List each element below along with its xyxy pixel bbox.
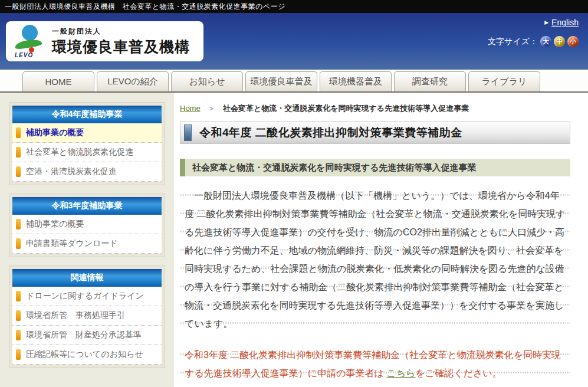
tab-eco-vehicle[interactable]: 環境優良車普及 [245, 71, 317, 91]
sidebar-item-moe-property-disposal[interactable]: 環境省所管 財産処分承認基準 [12, 326, 162, 345]
logo-green-swoosh-icon [14, 38, 42, 50]
header-utilities: ▶ English 文字サイズ： 大 中 小 [488, 18, 579, 47]
sidebar-section-r4: 令和4年度補助事業 補助事業の概要 社会変革と物流脱炭素化促進 空港・港湾脱炭素… [9, 102, 165, 185]
sidebar-item-label: ドローンに関するガイドライン [26, 291, 144, 301]
org-name-large: 環境優良車普及機構 [52, 37, 190, 57]
sidebar-item-subsidy-overview-r4[interactable]: 補助事業の概要 [12, 123, 162, 143]
sidebar-item-label: 補助事業の概要 [26, 127, 84, 138]
org-name: 一般財団法人 環境優良車普及機構 [52, 27, 190, 57]
sidebar-section-related: 関連情報 ドローンに関するガイドライン 環境省所管 事務処理手引 環境省所管 財… [9, 265, 165, 368]
tab-library[interactable]: ライブラリ [468, 71, 540, 91]
sidebar-header-r3: 令和3年度補助事業 [12, 197, 162, 215]
breadcrumb-current: 社会変革と物流・交通脱炭素化を同時実現する先進技術等導入促進事業 [223, 104, 469, 113]
tab-about-levo[interactable]: LEVOの紹介 [97, 71, 169, 91]
font-size-controls: 文字サイズ： 大 中 小 [488, 36, 579, 47]
breadcrumb-separator: ＞ [208, 104, 215, 113]
arrow-right-icon: ▶ [544, 19, 548, 25]
orange-bar-icon [16, 166, 21, 177]
r3-applicants-notice: 令和3年度 二酸化炭素排出抑制対策事業費等補助金（社会変革と物流脱炭素化を同時実… [180, 345, 570, 385]
sidebar-item-application-download[interactable]: 申請書類等ダウンロード [12, 234, 162, 254]
org-name-small: 一般財団法人 [52, 27, 190, 37]
orange-bar-icon [16, 219, 21, 229]
orange-bar-icon [16, 127, 21, 138]
sidebar-item-label: 社会変革と物流脱炭素化促進 [26, 147, 133, 158]
sidebar-item-drone-guideline[interactable]: ドローンに関するガイドライン [12, 287, 162, 306]
english-link-label: English [551, 18, 579, 27]
orange-bar-icon [16, 349, 21, 360]
sidebar-header-r4: 令和4年度補助事業 [12, 106, 162, 123]
page-title: 令和4年度 二酸化炭素排出抑制対策事業費等補助金 [199, 125, 462, 140]
sidebar-item-airport-port[interactable]: 空港・港湾脱炭素化促進 [12, 162, 162, 182]
page-title-bar: 令和4年度 二酸化炭素排出抑制対策事業費等補助金 [180, 122, 570, 144]
blue-accent-bar-icon [184, 124, 192, 141]
logo-levo-text: LEVO [15, 52, 33, 58]
sidebar-item-label: 圧縮記帳等についてのお知らせ [26, 349, 143, 360]
kochira-link[interactable]: こちら [386, 368, 415, 378]
orange-bar-icon [16, 147, 21, 158]
tab-research[interactable]: 調査研究 [394, 71, 466, 91]
site-logo[interactable]: LEVO 一般財団法人 環境優良車普及機構 [6, 21, 203, 61]
sidebar-item-social-reform-logistics[interactable]: 社会変革と物流脱炭素化促進 [12, 143, 162, 162]
sidebar-section-r3: 令和3年度補助事業 補助事業の概要 申請書類等ダウンロード [9, 194, 165, 257]
topbar-text: 一般財団法人環境優良車普及機構 社会変革と物流・交通脱炭素化促進事業のページ [5, 2, 285, 11]
site-header: LEVO 一般財団法人 環境優良車普及機構 ▶ English 文字サイズ： 大… [0, 13, 588, 70]
notice-text-before: 令和3年度 二酸化炭素排出抑制対策事業費等補助金（社会変革と物流脱炭素化を同時実… [185, 350, 561, 378]
sidebar-item-label: 環境省所管 事務処理手引 [26, 310, 125, 321]
font-size-large-button[interactable]: 大 [540, 36, 551, 47]
section-title: 社会変革と物流・交通脱炭素化を同時実現する先進技術等導入促進事業 [192, 162, 476, 173]
orange-bar-icon [16, 238, 21, 249]
sidebar-header-related: 関連情報 [12, 269, 162, 287]
sidebar-item-label: 申請書類等ダウンロード [26, 238, 118, 249]
section-header-promotion-project: 社会変革と物流・交通脱炭素化を同時実現する先進技術等導入促進事業 [180, 159, 570, 176]
olive-accent-bar-icon [180, 159, 185, 176]
sidebar: 令和4年度補助事業 補助事業の概要 社会変革と物流脱炭素化促進 空港・港湾脱炭素… [0, 93, 174, 387]
levo-logo-icon: LEVO [13, 24, 50, 58]
breadcrumb: Home ＞ 社会変革と物流・交通脱炭素化を同時実現する先進技術等導入促進事業 [180, 103, 570, 114]
english-link[interactable]: ▶ English [488, 18, 579, 27]
page-body: 令和4年度補助事業 補助事業の概要 社会変革と物流脱炭素化促進 空港・港湾脱炭素… [0, 93, 588, 387]
font-size-small-button[interactable]: 小 [567, 36, 579, 47]
tab-eco-equipment[interactable]: 環境機器普及 [320, 71, 392, 91]
orange-bar-icon [16, 330, 21, 340]
breadcrumb-home-link[interactable]: Home [180, 104, 201, 113]
site-topbar: 一般財団法人環境優良車普及機構 社会変革と物流・交通脱炭素化促進事業のページ [0, 0, 588, 13]
sidebar-item-compressed-bookkeeping[interactable]: 圧縮記帳等についてのお知らせ [12, 345, 162, 365]
orange-bar-icon [16, 291, 21, 301]
sidebar-item-label: 環境省所管 財産処分承認基準 [26, 330, 142, 340]
sidebar-item-subsidy-overview-r3[interactable]: 補助事業の概要 [12, 215, 162, 234]
tab-news[interactable]: お知らせ [171, 71, 243, 91]
main-content: Home ＞ 社会変革と物流・交通脱炭素化を同時実現する先進技術等導入促進事業 … [174, 93, 588, 387]
tab-home[interactable]: HOME [22, 71, 94, 91]
sidebar-item-label: 空港・港湾脱炭素化促進 [26, 166, 117, 177]
orange-bar-icon [16, 310, 21, 321]
sidebar-item-moe-procedure-guide[interactable]: 環境省所管 事務処理手引 [12, 306, 162, 326]
notice-text-after: をご確認ください。 [415, 368, 501, 378]
font-size-label: 文字サイズ： [488, 37, 538, 47]
logo-blue-circle-icon [22, 25, 38, 41]
font-size-medium-button[interactable]: 中 [554, 36, 565, 47]
sidebar-item-label: 補助事業の概要 [26, 219, 84, 229]
project-description-paragraph: 一般財団法人環境優良車普及機構（以下「機構」という。）では、環境省から令和4年度… [180, 185, 570, 336]
main-navigation: HOME LEVOの紹介 お知らせ 環境優良車普及 環境機器普及 調査研究 ライ… [0, 70, 588, 93]
